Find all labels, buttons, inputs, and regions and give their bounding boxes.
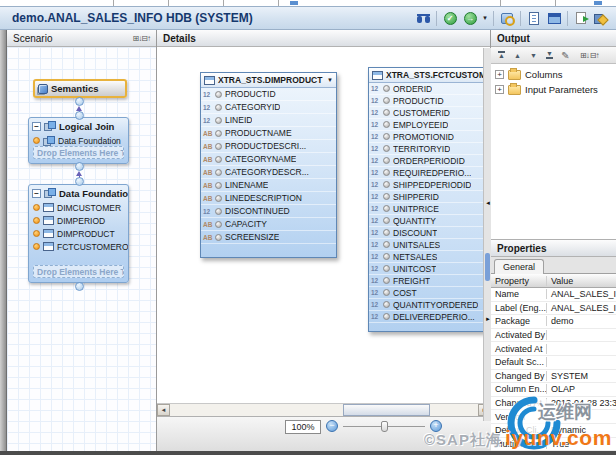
semantics-node[interactable]: Semantics: [33, 79, 127, 98]
table-dimproduct[interactable]: XTRA_STS.DIMPRODUCT ▼ 12PRODUCTID 12CATE…: [200, 72, 337, 258]
table-row[interactable]: NameANAL_SALES_INF: [491, 288, 616, 302]
zoom-out-icon[interactable]: −: [326, 420, 338, 432]
property-column-header[interactable]: Property: [491, 276, 547, 286]
column-row[interactable]: ABSCREENSIZE: [201, 231, 336, 244]
table-label: DIMPRODUCT: [57, 229, 115, 239]
table-row[interactable]: Label (Eng...ANAL_SALES_INF: [491, 302, 616, 316]
column-row[interactable]: 12DISCOUNT: [369, 227, 488, 239]
collapse-all-icon[interactable]: ⊟↑: [141, 34, 150, 43]
table-row[interactable]: Version0: [491, 410, 616, 424]
details-zoom-bar: 100% − +: [157, 416, 491, 451]
table-row[interactable]: Activated At: [491, 342, 616, 356]
tab-general[interactable]: General: [494, 259, 544, 274]
column-row[interactable]: 12UNITCOST: [369, 263, 488, 275]
zoom-in-icon[interactable]: +: [430, 420, 442, 432]
column-row[interactable]: 12CATEGORYID: [201, 101, 336, 114]
hscroll-thumb[interactable]: [343, 404, 430, 416]
table-menu-icon[interactable]: ▼: [327, 77, 333, 83]
activate-dropdown-icon[interactable]: ▾: [481, 9, 489, 27]
logical-join-node[interactable]: − Logical Join Data Foundation Drop Elem…: [28, 117, 129, 164]
measure-icon: [383, 313, 390, 320]
column-row[interactable]: 12ORDERID: [369, 83, 488, 95]
move-to-bottom-icon[interactable]: ▼: [542, 48, 557, 62]
table-row[interactable]: DIMPERIOD: [29, 214, 128, 227]
join-item-label: Data Foundation: [58, 136, 121, 146]
column-row[interactable]: ABCATEGORYNAME: [201, 153, 336, 166]
details-hscrollbar[interactable]: ◄ ►: [157, 403, 491, 416]
switch-owner-icon[interactable]: [592, 9, 610, 27]
column-row[interactable]: 12CUSTOMERID: [369, 107, 488, 119]
table-row[interactable]: Default Sc...: [491, 356, 616, 370]
editor-title-bar: demo.ANAL_SALES_INFO HDB (SYSTEM) ✓ → ▾: [0, 6, 616, 30]
data-preview-icon[interactable]: [498, 9, 516, 27]
table-row[interactable]: Packagedemo: [491, 315, 616, 329]
drop-zone[interactable]: Drop Elements Here T...: [33, 146, 124, 159]
activate-icon[interactable]: →: [461, 9, 479, 27]
column-row[interactable]: ABLINEDESCRIPTION: [201, 192, 336, 205]
column-row[interactable]: 12EMPLOYEEID: [369, 119, 488, 131]
table-row[interactable]: Changed BySYSTEM: [491, 370, 616, 384]
column-row[interactable]: 12SHIPPEDPERIODID: [369, 179, 488, 191]
table-row[interactable]: Changed At2013-04-28 23:3.: [491, 397, 616, 411]
column-row[interactable]: 12QUANTITY: [369, 215, 488, 227]
column-row[interactable]: 12FREIGHT: [369, 275, 488, 287]
column-row[interactable]: ABPRODUCTDESCRI...: [201, 140, 336, 153]
find-icon[interactable]: [414, 9, 432, 27]
zoom-slider-handle[interactable]: [381, 421, 388, 432]
column-row[interactable]: 12NETSALES: [369, 251, 488, 263]
column-row[interactable]: 12QUANTITYORDERED: [369, 299, 488, 311]
collapse-node-icon[interactable]: −: [32, 189, 41, 198]
export-icon[interactable]: [572, 9, 590, 27]
column-row[interactable]: 12PRODUCTID: [201, 88, 336, 101]
column-row[interactable]: 12UNITSALES: [369, 239, 488, 251]
move-to-top-icon[interactable]: ▲: [494, 48, 509, 62]
column-row[interactable]: 12LINEID: [201, 114, 336, 127]
move-down-icon[interactable]: ▼: [526, 48, 541, 62]
table-row[interactable]: FCTCUSTOMERORDE: [29, 240, 128, 253]
output-panel-header: Output: [491, 30, 616, 47]
tree-item-input-parameters[interactable]: + Input Parameters: [491, 82, 616, 97]
table-row[interactable]: MultiDime...True: [491, 438, 616, 451]
column-row[interactable]: 12DELIVEREDPERIO...: [369, 311, 488, 323]
value-column-header[interactable]: Value: [547, 276, 616, 286]
scroll-left-icon[interactable]: ◄: [157, 404, 170, 416]
expand-all-icon[interactable]: ⊞↓: [580, 51, 589, 60]
table-row[interactable]: Default Cli...Dynamic: [491, 424, 616, 438]
column-row[interactable]: 12DISCONTINUED: [201, 205, 336, 218]
column-row[interactable]: ABPRODUCTNAME: [201, 127, 336, 140]
column-row[interactable]: ABCATEGORYDESCR...: [201, 166, 336, 179]
splitter-handle[interactable]: [485, 253, 490, 281]
table-row[interactable]: DIMPRODUCT: [29, 227, 128, 240]
table-fctcustomer[interactable]: XTRA_STS.FCTCUSTOMER 12ORDERID 12PRODUCT…: [368, 67, 489, 332]
tree-item-columns[interactable]: + Columns: [491, 67, 616, 82]
panel-splitter[interactable]: ◄ ►: [483, 48, 491, 421]
show-log-icon[interactable]: [525, 9, 543, 27]
column-row[interactable]: 12PRODUCTID: [369, 95, 488, 107]
column-row[interactable]: ABCAPACITY: [201, 218, 336, 231]
column-row[interactable]: ABLINENAME: [201, 179, 336, 192]
column-row[interactable]: 12TERRITORYID: [369, 143, 488, 155]
drop-zone[interactable]: Drop Elements Here T...: [33, 265, 124, 278]
data-foundation-node[interactable]: − Data Foundation DIMCUSTOMER DIMPERIOD: [28, 184, 129, 283]
table-row[interactable]: Column En...OLAP: [491, 383, 616, 397]
validate-icon[interactable]: ✓: [441, 9, 459, 27]
expand-all-icon[interactable]: ⊞↓: [133, 34, 142, 43]
column-row[interactable]: 12SHIPPERID: [369, 191, 488, 203]
table-row[interactable]: Activated By: [491, 329, 616, 343]
generate-table-icon[interactable]: [545, 9, 563, 27]
column-row[interactable]: 12ORDERPERIODID: [369, 155, 488, 167]
column-row[interactable]: 12PROMOTIONID: [369, 131, 488, 143]
collapsed-panel-rail[interactable]: [0, 30, 7, 451]
move-up-icon[interactable]: ▲: [510, 48, 525, 62]
column-row[interactable]: 12UNITPRICE: [369, 203, 488, 215]
zoom-slider[interactable]: [343, 426, 425, 427]
expand-icon[interactable]: +: [495, 70, 504, 79]
collapse-node-icon[interactable]: −: [32, 122, 41, 131]
edit-icon[interactable]: ✎: [558, 48, 573, 62]
collapse-all-icon[interactable]: ⊟↑: [590, 51, 599, 60]
column-row[interactable]: 12COST: [369, 287, 488, 299]
expand-icon[interactable]: +: [495, 85, 504, 94]
column-row[interactable]: 12REQUIREDPERIO...: [369, 167, 488, 179]
zoom-level-field[interactable]: 100%: [285, 420, 321, 434]
table-row[interactable]: DIMCUSTOMER: [29, 201, 128, 214]
